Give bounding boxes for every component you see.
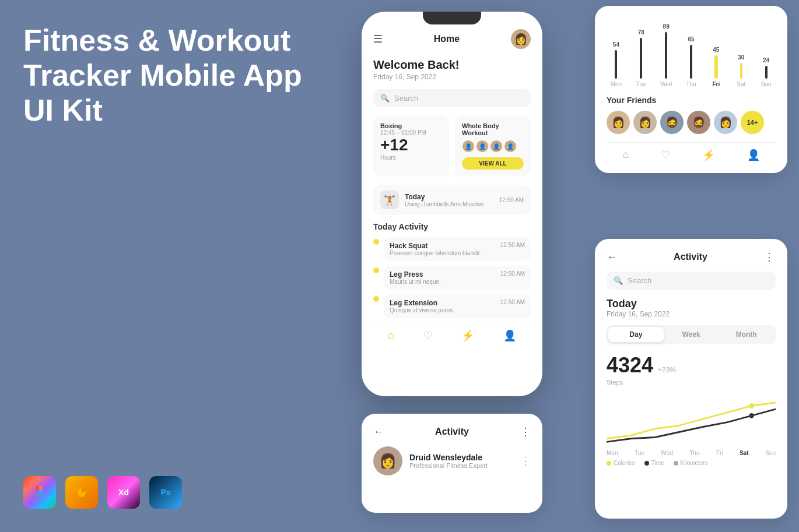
bar-day-mon: Mon [611, 81, 622, 87]
week-tab[interactable]: Week [664, 327, 719, 342]
bar-day-sun: Sun [761, 81, 772, 87]
activity-desc-3: Quisque id viverra purus. [390, 307, 454, 313]
day-tab[interactable]: Day [608, 327, 664, 342]
activity-search-bar[interactable]: 🔍 Search [607, 272, 776, 290]
trainer-row: 👩 Druid Wensleydale Professional Fitness… [373, 446, 531, 475]
activity-info-2: Leg Press Mauris ut mi neque. 12:50 AM [384, 266, 531, 290]
card-heart-icon[interactable]: ♡ [661, 149, 670, 161]
phone-notch [423, 12, 481, 24]
bc-more-button[interactable]: ⋮ [520, 425, 531, 438]
bar-value-thu: 65 [688, 36, 694, 43]
hamburger-icon[interactable]: ☰ [373, 33, 383, 45]
legend-label-calories: Calories [614, 460, 635, 466]
bar-value-sun: 24 [763, 57, 769, 64]
activity-name-3: Leg Extension [390, 299, 454, 307]
bar-group-sun: 24Sun [756, 57, 776, 87]
bar-value-mon: 54 [613, 41, 619, 48]
chart-legend: Calories Time Kilometers [607, 460, 776, 466]
card-bolt-icon[interactable]: ⚡ [702, 149, 715, 161]
legend-km: Kilometers [674, 460, 708, 466]
activity-name-2: Leg Press [390, 270, 441, 279]
search-placeholder: Search [394, 94, 418, 103]
figma-icon [23, 476, 56, 509]
card-home-icon[interactable]: ⌂ [622, 149, 629, 161]
steps-label: Steps [607, 379, 776, 386]
today-workout-info: Today Using Dumbbells Arm Muscles [405, 193, 493, 207]
legend-dot-calories [607, 461, 611, 466]
bar-value-sat: 30 [738, 54, 744, 61]
workout-avatar-3: 👤 [490, 140, 503, 153]
activity-item-3: Leg Extension Quisque id viverra purus. … [373, 294, 531, 318]
legend-label-km: Kilometers [681, 460, 708, 466]
today-sublabel: Using Dumbbells Arm Muscles [405, 201, 493, 207]
x-label-sat: Sat [740, 450, 749, 456]
cards-row: Boxing 12:45 – 01:00 PM +12 Hours Whole … [373, 115, 531, 177]
friend-avatar-1: 👩 [607, 111, 630, 134]
month-tab[interactable]: Month [719, 327, 774, 342]
activity-search-placeholder: Search [628, 276, 651, 285]
bar-group-wed: 89Wed [657, 23, 676, 87]
activity-item-2: Leg Press Mauris ut mi neque. 12:50 AM [373, 266, 531, 290]
profile-nav-icon[interactable]: 👤 [503, 329, 516, 342]
more-options-button[interactable]: ⋮ [764, 251, 776, 263]
activity-screen-title: Activity [674, 252, 707, 262]
heart-nav-icon[interactable]: ♡ [423, 329, 433, 342]
boxing-label: Boxing [380, 122, 442, 129]
bc-back-button[interactable]: ← [373, 426, 384, 438]
bar-group-tue: 78Tue [632, 29, 651, 87]
phone-frame: ☰ Home 👩 Welcome Back! Friday 16, Sep 20… [362, 12, 542, 396]
bar-value-wed: 89 [663, 23, 670, 30]
activity-time-1: 12:50 AM [500, 242, 525, 248]
xd-icon: Xd [107, 476, 140, 509]
activity-dot-1 [373, 239, 379, 245]
friends-row: 👩 👩 🧔 🧔 👩 14+ [607, 111, 776, 134]
legend-time: Time [644, 460, 664, 466]
search-icon: 🔍 [380, 94, 390, 103]
bar-group-sat: 30Sat [731, 54, 751, 87]
today-workout-item: 🏋️ Today Using Dumbbells Arm Muscles 12:… [373, 185, 531, 215]
bar-tue [640, 38, 642, 79]
activity-info-3: Leg Extension Quisque id viverra purus. … [384, 294, 531, 318]
bar-day-wed: Wed [660, 81, 672, 87]
legend-label-time: Time [651, 460, 664, 466]
trainer-title: Professional Fitness Expert [409, 462, 488, 469]
activity-nav-icon[interactable]: ⚡ [461, 329, 474, 342]
phone-search-bar[interactable]: 🔍 Search [373, 89, 531, 107]
legend-dot-time [644, 461, 649, 466]
trainer-more-button[interactable]: ⋮ [520, 455, 531, 467]
svg-point-4 [749, 403, 754, 408]
friends-section: Your Friends 👩 👩 🧔 🧔 👩 14+ [607, 96, 776, 134]
home-nav-icon[interactable]: ⌂ [388, 329, 394, 342]
friend-avatar-5: 👩 [714, 111, 737, 134]
bar-fri [714, 55, 718, 79]
bar-sat [740, 63, 742, 79]
back-button[interactable]: ← [607, 251, 617, 263]
workout-card: Whole Body Workout 👤 👤 👤 👤 VIEW ALL [455, 115, 531, 177]
today-activity-title: Today Activity [373, 222, 531, 231]
trainer-info: Druid Wensleydale Professional Fitness E… [409, 453, 488, 469]
ps-icon: Ps [149, 476, 182, 509]
bar-day-fri: Fri [712, 81, 720, 87]
x-label-wed: Wed [661, 450, 672, 456]
svg-point-3 [749, 413, 754, 418]
sketch-icon [65, 476, 98, 509]
boxing-hours: +12 [380, 136, 442, 154]
bar-value-tue: 78 [638, 29, 644, 36]
bar-thu [690, 45, 692, 79]
today-time: 12:50 AM [499, 197, 524, 203]
friends-title: Your Friends [607, 96, 776, 105]
boxing-hours-label: Hours [380, 154, 442, 161]
workout-title: Whole Body Workout [462, 122, 524, 136]
view-all-button[interactable]: VIEW ALL [462, 157, 524, 170]
x-label-mon: Mon [607, 450, 618, 456]
bar-mon [615, 50, 617, 79]
activity-item-1: Hack Squat Praesent congue bibendum blan… [373, 237, 531, 261]
user-avatar: 👩 [511, 29, 531, 49]
activity-time-3: 12:50 AM [500, 299, 525, 305]
left-panel: Fitness & Workout Tracker Mobile App UI … [23, 23, 315, 151]
activity-dot-2 [373, 267, 379, 273]
bar-sun [765, 66, 768, 79]
card-user-icon[interactable]: 👤 [747, 149, 760, 161]
steps-chart [607, 393, 776, 445]
main-title: Fitness & Workout Tracker Mobile App UI … [23, 23, 315, 128]
